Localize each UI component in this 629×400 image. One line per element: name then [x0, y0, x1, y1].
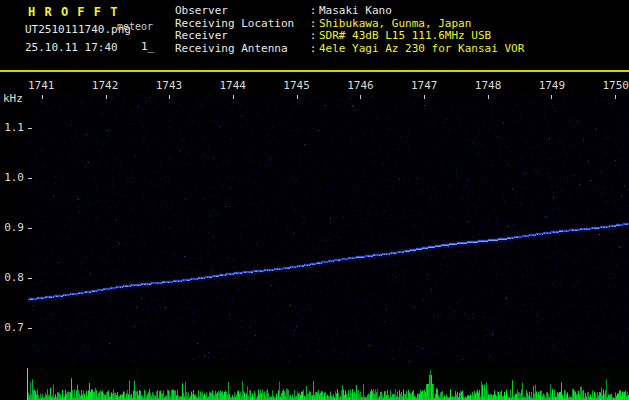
output-filename: UT2510111740.png — [25, 23, 131, 36]
x-tick-label: 1749 — [539, 79, 566, 92]
page-counter: 1_ — [141, 40, 154, 53]
info-colon: : — [307, 43, 319, 56]
x-tick-label: 1746 — [347, 79, 374, 92]
spectrogram-canvas — [28, 95, 629, 362]
info-colon: : — [307, 5, 319, 18]
app-title: H R O F F T — [28, 5, 118, 19]
y-tick-label: 0.8 — [0, 271, 24, 284]
signal-level-canvas — [28, 368, 629, 400]
timestamp: 25.10.11 17:40 — [25, 41, 118, 54]
x-tick-label: 1747 — [411, 79, 438, 92]
station-info: Observer : Masaki Kano Receiving Locatio… — [175, 5, 524, 55]
x-tick-label: 1748 — [475, 79, 502, 92]
mode-label: meteor — [117, 21, 153, 32]
x-tick-label: 1741 — [28, 79, 55, 92]
info-label-observer: Observer — [175, 5, 307, 18]
x-tick-label: 1743 — [156, 79, 183, 92]
info-value-observer: Masaki Kano — [319, 5, 524, 18]
header-separator-line — [0, 70, 629, 72]
y-tick-label: 1.0 — [0, 171, 24, 184]
info-value-receiver: SDR# 43dB L15 111.6MHz USB — [319, 30, 524, 43]
x-tick-label: 1742 — [92, 79, 119, 92]
x-tick-label: 1750 — [602, 79, 629, 92]
y-tick-label: 0.7 — [0, 321, 24, 334]
y-tick-label: 1.1 — [0, 121, 24, 134]
x-axis-labels: 1741 1742 1743 1744 1745 1746 1747 1748 … — [28, 79, 629, 92]
x-tick-label: 1745 — [283, 79, 310, 92]
hrofft-screen: H R O F F T UT2510111740.png meteor 25.1… — [0, 0, 629, 400]
info-label-antenna: Receiving Antenna — [175, 43, 307, 56]
y-axis-unit-label: kHz — [3, 92, 23, 105]
x-tick-label: 1744 — [219, 79, 246, 92]
info-colon: : — [307, 30, 319, 43]
info-label-receiver: Receiver — [175, 30, 307, 43]
info-value-antenna: 4ele Yagi Az 230 for Kansai VOR — [319, 43, 524, 56]
y-tick-label: 0.9 — [0, 221, 24, 234]
